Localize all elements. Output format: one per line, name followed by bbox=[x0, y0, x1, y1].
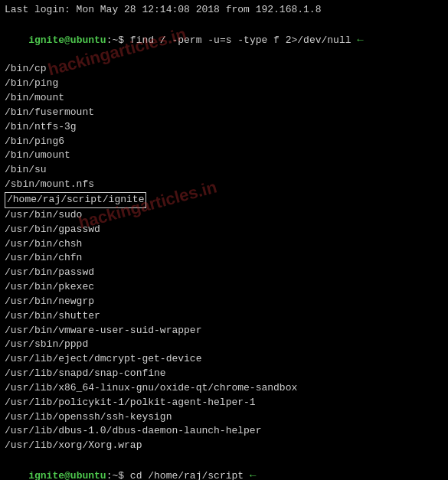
find-cmd-text: find / -perm -u=s -type f 2>/dev/null bbox=[130, 34, 352, 46]
cd-enter-arrow: ← bbox=[250, 469, 256, 480]
cd-cmd-text: cd /home/raj/script bbox=[130, 470, 250, 480]
path-fusermount: /bin/fusermount bbox=[5, 106, 443, 120]
last-login-line: Last login: Mon May 28 12:14:08 2018 fro… bbox=[5, 3, 443, 18]
path-cp: /bin/cp bbox=[5, 62, 443, 77]
path-dbus: /usr/lib/dbus-1.0/dbus-daemon-launch-hel… bbox=[5, 424, 443, 439]
path-openssh: /usr/lib/openssh/ssh-keysign bbox=[5, 410, 443, 425]
path-pppd: /usr/sbin/pppd bbox=[5, 338, 443, 352]
path-ping: /bin/ping bbox=[5, 77, 443, 91]
ignite-path-box: /home/raj/script/ignite bbox=[5, 192, 146, 208]
path-sudo: /usr/bin/sudo bbox=[5, 208, 443, 223]
path-umount: /bin/umount bbox=[5, 149, 443, 163]
path-polkit: /usr/lib/policykit-1/polkit-agent-helper… bbox=[5, 396, 443, 410]
prompt-user-cd: ignite@ubuntu bbox=[28, 470, 106, 480]
find-cmd-line: ignite@ubuntu:~$ find / -perm -u=s -type… bbox=[5, 18, 443, 63]
path-passwd: /usr/bin/passwd bbox=[5, 266, 443, 280]
cd-cmd-line: ignite@ubuntu:~$ cd /home/raj/script ← bbox=[5, 453, 443, 480]
path-ping6: /bin/ping6 bbox=[5, 135, 443, 149]
enter-arrow: ← bbox=[357, 34, 363, 46]
path-xorg: /usr/lib/xorg/Xorg.wrap bbox=[5, 439, 443, 453]
prompt-dollar: :~$ bbox=[106, 34, 130, 46]
path-oxide: /usr/lib/x86_64-linux-gnu/oxide-qt/chrom… bbox=[5, 381, 443, 396]
path-gpasswd: /usr/bin/gpasswd bbox=[5, 223, 443, 237]
path-su: /bin/su bbox=[5, 163, 443, 178]
path-chfn: /usr/bin/chfn bbox=[5, 251, 443, 266]
path-snap: /usr/lib/snapd/snap-confine bbox=[5, 367, 443, 381]
path-mount: /bin/mount bbox=[5, 91, 443, 106]
path-newgrp: /usr/bin/newgrp bbox=[5, 295, 443, 309]
path-eject: /usr/lib/eject/dmcrypt-get-device bbox=[5, 352, 443, 367]
prompt-dollar-cd: :~$ bbox=[106, 470, 130, 480]
prompt-user: ignite@ubuntu bbox=[28, 34, 106, 46]
path-ntfs: /bin/ntfs-3g bbox=[5, 120, 443, 135]
path-pkexec: /usr/bin/pkexec bbox=[5, 280, 443, 295]
path-ignite-boxed: /home/raj/script/ignite bbox=[5, 192, 443, 208]
path-shutter: /usr/bin/shutter bbox=[5, 309, 443, 324]
path-vmware: /usr/bin/vmware-user-suid-wrapper bbox=[5, 324, 443, 338]
path-mountnfs: /sbin/mount.nfs bbox=[5, 178, 443, 192]
path-chsh: /usr/bin/chsh bbox=[5, 237, 443, 252]
terminal-window: hackingarticles.in hackingarticles.in La… bbox=[0, 0, 448, 480]
